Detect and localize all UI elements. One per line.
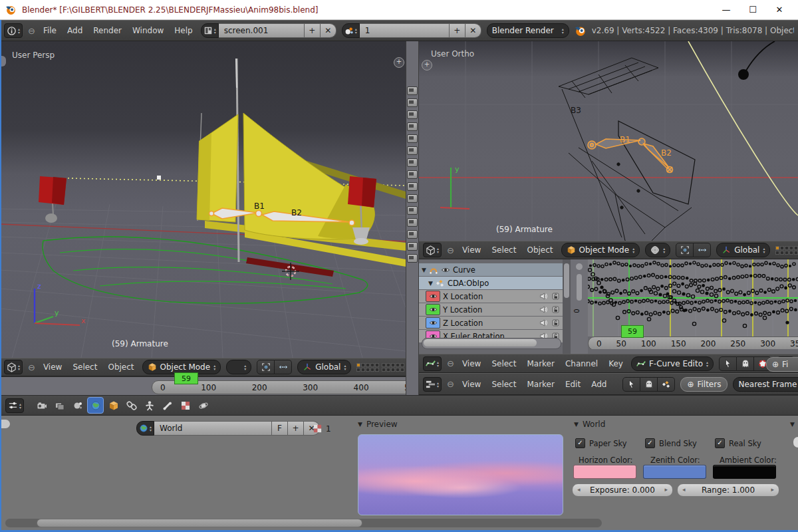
manipulator-button[interactable] (694, 243, 711, 257)
ghost-button[interactable] (640, 377, 658, 392)
panel-mini-icon[interactable] (407, 134, 418, 143)
layer-cell[interactable] (391, 368, 395, 372)
panel-mini-icon[interactable] (407, 146, 418, 155)
blend-sky-checkbox[interactable]: ✓ Blend Sky (645, 438, 697, 448)
layer-cell[interactable] (794, 251, 798, 255)
tab-bone[interactable] (159, 397, 176, 414)
screen-delete-button[interactable]: ✕ (321, 23, 336, 38)
panel-mini-icon[interactable] (407, 182, 418, 191)
expand-triangle-icon[interactable]: ▼ (422, 267, 426, 273)
channels-vertical-scrollbar[interactable] (563, 259, 571, 354)
panel-mini-icon[interactable] (407, 194, 418, 203)
editor-type-selector[interactable]: ▴▾ (4, 360, 23, 374)
layer-cell[interactable] (794, 246, 798, 250)
editor-type-selector[interactable]: ▴▾ (5, 398, 24, 413)
window-titlebar[interactable]: Blender* [F:\GILBERT\BLENDER 2.25\BLENDE… (0, 0, 798, 20)
current-frame-badge[interactable]: 59 (621, 325, 644, 338)
editor-type-selector[interactable]: ▴▾ (423, 243, 442, 257)
panel-mini-icon[interactable] (407, 242, 418, 251)
layers-widget[interactable] (775, 246, 798, 255)
panel-mini-icon[interactable] (407, 86, 418, 95)
pivot-point-button[interactable] (257, 360, 275, 374)
viewport-3d-left[interactable]: B1 B2 z y x User Persp (59) Armature + (0, 41, 406, 358)
menu-view[interactable]: View (460, 245, 483, 255)
orientation-dropdown[interactable]: Global ▴▾ (297, 360, 351, 374)
menu-view[interactable]: View (460, 380, 483, 389)
layer-cell[interactable] (370, 368, 374, 372)
menu-add[interactable]: Add (65, 26, 85, 35)
layer-cell[interactable] (396, 368, 400, 372)
keying-dots-button[interactable] (658, 377, 675, 392)
mute-speaker-icon[interactable] (539, 319, 548, 327)
layer-cell[interactable] (382, 368, 386, 372)
layer-cell[interactable] (391, 363, 395, 367)
layer-cell[interactable] (375, 363, 379, 367)
channel-row-x-location[interactable]: X Location (419, 290, 563, 303)
paper-sky-checkbox[interactable]: ✓ Paper Sky (575, 438, 627, 448)
shading-dropdown[interactable]: ▴▾ (226, 360, 251, 374)
collapse-menus-icon[interactable]: ⊖ (447, 380, 454, 388)
timeline-strip[interactable]: 59 0100200300400500 (0, 376, 406, 395)
lock-icon[interactable] (551, 319, 560, 327)
mode-dropdown[interactable]: Object Mode ▴▾ (561, 243, 640, 257)
layer-cell[interactable] (382, 363, 386, 367)
menu-edit[interactable]: Edit (563, 380, 583, 389)
editor-type-selector[interactable]: ▴▾ (423, 356, 442, 371)
channel-row-y-location[interactable]: Y Location (419, 303, 563, 316)
menu-marker[interactable]: Marker (524, 380, 557, 389)
pivot-point-button[interactable] (676, 243, 694, 257)
menu-render[interactable]: Render (90, 26, 124, 35)
zenith-color-swatch[interactable] (643, 465, 706, 479)
panel-mini-icon[interactable] (407, 110, 418, 119)
menu-select[interactable]: Select (489, 359, 519, 368)
layer-cell[interactable] (361, 363, 365, 367)
panel-mini-icon[interactable] (407, 218, 418, 227)
slider-left-arrow[interactable]: ◂ (682, 486, 686, 493)
layer-cell[interactable] (785, 246, 789, 250)
lock-icon[interactable] (551, 292, 560, 301)
tab-render-layers[interactable] (51, 397, 68, 414)
current-frame-badge[interactable]: 59 (174, 372, 198, 384)
channel-color-swatch[interactable] (426, 304, 440, 315)
range-slider[interactable]: ◂ Range: 1.000 ▸ (677, 483, 779, 497)
tab-render[interactable] (33, 397, 50, 414)
panel-mini-icon[interactable] (407, 254, 418, 263)
layer-cell[interactable] (400, 363, 404, 367)
menu-select[interactable]: Select (70, 362, 100, 372)
layer-cell[interactable] (375, 368, 379, 372)
layer-cell[interactable] (370, 363, 374, 367)
layer-cell[interactable] (366, 368, 370, 372)
menu-marker[interactable]: Marker (524, 359, 557, 368)
layer-cell[interactable] (780, 246, 784, 250)
close-button[interactable]: ✕ (766, 1, 793, 19)
channel-color-swatch[interactable] (426, 291, 440, 302)
tab-world[interactable] (87, 397, 104, 414)
world-browse-button[interactable]: ▴▾ (136, 421, 154, 436)
filters-button[interactable]: ⊕ Filters (680, 377, 728, 392)
layer-cell[interactable] (361, 368, 365, 372)
lock-icon[interactable] (551, 305, 560, 314)
fake-user-button[interactable]: F (272, 421, 288, 436)
collapse-menus-icon[interactable]: ⊖ (28, 363, 35, 372)
menu-key[interactable]: Key (606, 359, 626, 368)
graph-vertical-scrollbar[interactable] (577, 274, 582, 301)
real-sky-checkbox[interactable]: ✓ Real Sky (715, 438, 761, 448)
world-name-field[interactable]: World (154, 421, 272, 436)
menu-channel[interactable]: Channel (563, 359, 600, 368)
tab-texture[interactable] (177, 397, 194, 414)
layer-cell[interactable] (396, 363, 400, 367)
world-add-button[interactable]: + (288, 421, 304, 436)
ghost-curves-button[interactable] (737, 356, 754, 371)
maximize-button[interactable]: ☐ (739, 1, 766, 19)
layer-cell[interactable] (789, 251, 793, 255)
manipulator-button[interactable] (275, 360, 292, 374)
panel-mini-icon[interactable] (407, 230, 418, 239)
layers-widget[interactable] (356, 363, 404, 372)
ambient-color-swatch[interactable] (713, 465, 776, 479)
scene-add-button[interactable]: + (450, 23, 466, 38)
cursor-tool-button[interactable] (622, 377, 640, 392)
menu-select[interactable]: Select (489, 380, 519, 389)
menu-file[interactable]: File (41, 26, 59, 35)
layer-cell[interactable] (789, 246, 793, 250)
channels-horizontal-scrollbar[interactable] (422, 338, 561, 349)
